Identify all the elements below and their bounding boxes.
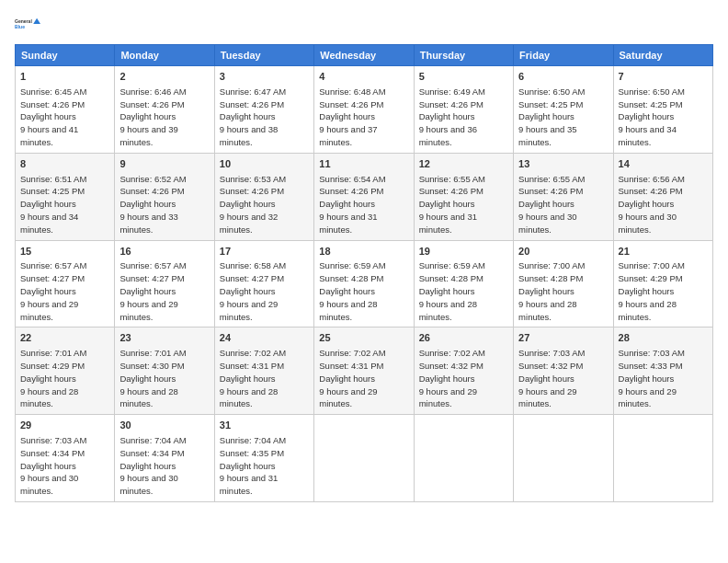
calendar-cell: 30Sunrise: 7:04 AMSunset: 4:34 PMDayligh… — [115, 415, 214, 502]
daylight-value: 9 hours and 36 minutes. — [419, 124, 477, 147]
day-number: 27 — [518, 331, 608, 346]
sunset-text: Sunset: 4:27 PM — [220, 273, 284, 283]
calendar-cell: 15Sunrise: 6:57 AMSunset: 4:27 PMDayligh… — [16, 240, 115, 327]
daylight-value: 9 hours and 31 minutes. — [319, 212, 377, 235]
daylight-value: 9 hours and 29 minutes. — [20, 299, 78, 322]
daylight-label: Daylight hours — [619, 286, 675, 296]
sunset-text: Sunset: 4:25 PM — [518, 99, 583, 109]
sunset-text: Sunset: 4:32 PM — [419, 361, 483, 371]
calendar-cell: 14Sunrise: 6:56 AMSunset: 4:26 PMDayligh… — [613, 153, 712, 240]
day-number: 3 — [220, 70, 309, 85]
calendar-cell: 21Sunrise: 7:00 AMSunset: 4:29 PMDayligh… — [613, 240, 712, 327]
daylight-label: Daylight hours — [20, 461, 76, 471]
sunrise-text: Sunrise: 6:52 AM — [119, 174, 186, 184]
sunrise-text: Sunrise: 6:57 AM — [20, 260, 86, 270]
daylight-label: Daylight hours — [619, 373, 675, 384]
daylight-label: Daylight hours — [518, 286, 574, 296]
logo-icon: General Blue — [15, 11, 40, 37]
sunrise-text: Sunrise: 6:48 AM — [319, 86, 385, 97]
daylight-label: Daylight hours — [419, 111, 475, 121]
day-number: 2 — [119, 70, 209, 85]
day-number: 4 — [319, 70, 408, 85]
calendar-cell — [613, 415, 712, 502]
sunset-text: Sunset: 4:28 PM — [319, 273, 383, 283]
daylight-value: 9 hours and 30 minutes. — [518, 212, 576, 235]
calendar-cell: 1Sunrise: 6:45 AMSunset: 4:26 PMDaylight… — [16, 66, 115, 154]
daylight-label: Daylight hours — [220, 111, 276, 121]
sunset-text: Sunset: 4:30 PM — [119, 361, 184, 371]
calendar-cell — [414, 415, 513, 502]
day-number: 12 — [419, 157, 508, 172]
daylight-value: 9 hours and 31 minutes. — [220, 473, 278, 496]
sunset-text: Sunset: 4:26 PM — [119, 186, 184, 196]
calendar-cell: 28Sunrise: 7:03 AMSunset: 4:33 PMDayligh… — [613, 327, 712, 415]
day-number: 16 — [119, 245, 209, 259]
daylight-value: 9 hours and 35 minutes. — [518, 124, 576, 147]
page: General Blue SundayMondayTuesdayWednesda… — [0, 0, 728, 563]
calendar-cell: 26Sunrise: 7:02 AMSunset: 4:32 PMDayligh… — [414, 327, 513, 415]
daylight-label: Daylight hours — [518, 199, 574, 209]
daylight-value: 9 hours and 29 minutes. — [119, 299, 177, 322]
calendar-table: SundayMondayTuesdayWednesdayThursdayFrid… — [15, 44, 713, 502]
calendar-cell: 4Sunrise: 6:48 AMSunset: 4:26 PMDaylight… — [314, 66, 414, 154]
sunset-text: Sunset: 4:26 PM — [518, 186, 583, 196]
daylight-label: Daylight hours — [119, 461, 176, 471]
sunrise-text: Sunrise: 7:04 AM — [119, 435, 186, 445]
daylight-label: Daylight hours — [119, 373, 176, 384]
sunrise-text: Sunrise: 6:46 AM — [119, 86, 186, 97]
daylight-value: 9 hours and 29 minutes. — [220, 299, 278, 322]
day-number: 15 — [20, 245, 109, 259]
calendar-cell: 20Sunrise: 7:00 AMSunset: 4:28 PMDayligh… — [514, 240, 613, 327]
daylight-value: 9 hours and 28 minutes. — [20, 386, 78, 409]
sunrise-text: Sunrise: 7:02 AM — [319, 348, 385, 358]
daylight-label: Daylight hours — [119, 111, 176, 121]
daylight-value: 9 hours and 34 minutes. — [619, 124, 677, 147]
calendar-cell: 17Sunrise: 6:58 AMSunset: 4:27 PMDayligh… — [214, 240, 313, 327]
calendar-week-5: 29Sunrise: 7:03 AMSunset: 4:34 PMDayligh… — [16, 415, 713, 502]
sunset-text: Sunset: 4:26 PM — [119, 99, 184, 109]
sunset-text: Sunset: 4:26 PM — [220, 99, 284, 109]
calendar-cell: 29Sunrise: 7:03 AMSunset: 4:34 PMDayligh… — [16, 415, 115, 502]
daylight-label: Daylight hours — [20, 373, 76, 384]
day-number: 7 — [619, 70, 708, 85]
sunrise-text: Sunrise: 6:47 AM — [220, 86, 286, 97]
sunset-text: Sunset: 4:31 PM — [220, 361, 284, 371]
calendar-cell: 16Sunrise: 6:57 AMSunset: 4:27 PMDayligh… — [115, 240, 214, 327]
sunrise-text: Sunrise: 6:59 AM — [419, 260, 485, 270]
sunset-text: Sunset: 4:26 PM — [419, 186, 483, 196]
calendar-cell: 6Sunrise: 6:50 AMSunset: 4:25 PMDaylight… — [514, 66, 613, 154]
sunset-text: Sunset: 4:29 PM — [20, 361, 85, 371]
daylight-label: Daylight hours — [20, 199, 76, 209]
calendar-cell: 7Sunrise: 6:50 AMSunset: 4:25 PMDaylight… — [613, 66, 712, 154]
calendar-cell: 12Sunrise: 6:55 AMSunset: 4:26 PMDayligh… — [414, 153, 513, 240]
daylight-value: 9 hours and 30 minutes. — [619, 212, 677, 235]
sunrise-text: Sunrise: 7:00 AM — [619, 260, 685, 270]
daylight-label: Daylight hours — [119, 199, 176, 209]
daylight-value: 9 hours and 28 minutes. — [419, 299, 477, 322]
sunset-text: Sunset: 4:26 PM — [20, 99, 85, 109]
calendar-cell: 23Sunrise: 7:01 AMSunset: 4:30 PMDayligh… — [115, 327, 214, 415]
calendar-cell: 13Sunrise: 6:55 AMSunset: 4:26 PMDayligh… — [514, 153, 613, 240]
calendar-cell — [314, 415, 414, 502]
daylight-label: Daylight hours — [419, 286, 475, 296]
sunset-text: Sunset: 4:31 PM — [319, 361, 383, 371]
sunset-text: Sunset: 4:34 PM — [119, 448, 184, 458]
daylight-label: Daylight hours — [619, 199, 675, 209]
calendar-cell: 25Sunrise: 7:02 AMSunset: 4:31 PMDayligh… — [314, 327, 414, 415]
daylight-value: 9 hours and 28 minutes. — [518, 299, 576, 322]
sunrise-text: Sunrise: 6:57 AM — [119, 260, 186, 270]
calendar-cell: 10Sunrise: 6:53 AMSunset: 4:26 PMDayligh… — [214, 153, 313, 240]
col-header-friday: Friday — [514, 45, 613, 66]
daylight-value: 9 hours and 39 minutes. — [119, 124, 177, 147]
calendar-cell: 18Sunrise: 6:59 AMSunset: 4:28 PMDayligh… — [314, 240, 414, 327]
daylight-value: 9 hours and 31 minutes. — [419, 212, 477, 235]
header: General Blue — [15, 11, 713, 37]
col-header-thursday: Thursday — [414, 45, 513, 66]
day-number: 10 — [220, 157, 309, 172]
sunset-text: Sunset: 4:26 PM — [319, 99, 383, 109]
sunset-text: Sunset: 4:35 PM — [220, 448, 284, 458]
col-header-monday: Monday — [115, 45, 214, 66]
calendar-cell: 27Sunrise: 7:03 AMSunset: 4:32 PMDayligh… — [514, 327, 613, 415]
daylight-label: Daylight hours — [319, 373, 375, 384]
sunrise-text: Sunrise: 6:56 AM — [619, 174, 685, 184]
